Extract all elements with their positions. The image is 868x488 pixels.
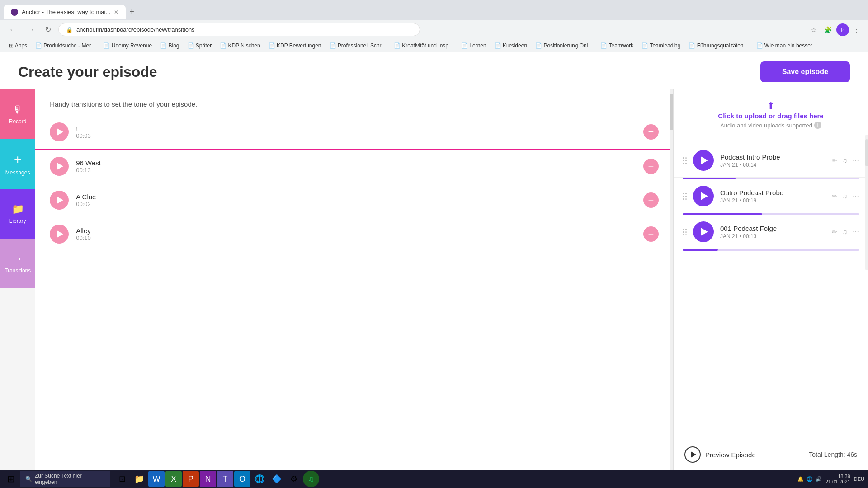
bookmark-spaeter[interactable]: 📄 Später [184, 41, 216, 50]
transitions-icon: → [13, 253, 23, 265]
browser-tab[interactable]: Anchor - The easiest way to mai... ✕ [4, 5, 126, 19]
sidebar-item-transitions[interactable]: → Transitions [0, 239, 35, 288]
bookmark-kdp-bewertungen[interactable]: 📄 KDP Bewertungen [265, 41, 325, 50]
taskbar-app-excel[interactable]: X [165, 471, 182, 487]
taskbar: ⊞ 🔍 Zur Suche Text hier eingeben ⊡ 📁 W X… [0, 470, 868, 488]
add-transition-btn-3[interactable]: + [643, 226, 659, 242]
bookmark-produktsuche[interactable]: 📄 Produktsuche - Mer... [32, 41, 99, 50]
taskbar-app-edge[interactable]: 🔷 [269, 471, 285, 487]
taskbar-app-task-view[interactable]: ⊡ [114, 471, 130, 487]
bookmark-teamleading[interactable]: 📄 Teamleading [638, 41, 684, 50]
taskbar-app-onenote[interactable]: N [200, 471, 216, 487]
segment-play-btn-1[interactable] [693, 186, 714, 206]
taskbar-apps: ⊡ 📁 W X P N T O 🌐 🔷 ⚙ ♫ [114, 471, 319, 487]
transition-info-1: 96 West 00:13 [76, 159, 636, 174]
segment-item-1: Outro Podcast Probe JAN 21 • 00:19 ✏ ♫ ⋯ [674, 179, 868, 213]
play-icon-2 [57, 197, 63, 204]
taskbar-clock: 18:39 21.01.2021 [826, 474, 850, 484]
extensions-btn[interactable]: 🧩 [821, 24, 835, 35]
right-panel-scrollbar[interactable] [865, 135, 868, 270]
transition-name-1: 96 West [76, 159, 636, 167]
sidebar: 🎙 Record + Messages 📁 Library → Transiti… [0, 89, 35, 470]
taskbar-app-teams[interactable]: T [217, 471, 233, 487]
notification-icon[interactable]: 🔔 [797, 476, 804, 482]
drag-handle-2[interactable] [683, 229, 687, 235]
segments-list: Podcast Intro Probe JAN 21 • 00:14 ✏ ♫ ⋯ [674, 140, 868, 439]
add-transition-btn-1[interactable]: + [643, 159, 659, 174]
transition-play-btn-0[interactable] [50, 122, 69, 141]
total-length: Total Length: 46s [809, 451, 857, 458]
bookmark-kdp-nischen[interactable]: 📄 KDP Nischen [216, 41, 264, 50]
taskbar-app-spotify[interactable]: ♫ [303, 471, 319, 487]
sidebar-item-messages[interactable]: + Messages [0, 139, 35, 189]
transition-play-btn-3[interactable] [50, 225, 69, 244]
bookmark-kursideen[interactable]: 📄 Kursideen [491, 41, 531, 50]
bookmark-star[interactable]: ☆ [808, 24, 820, 35]
transition-item-1[interactable]: 96 West 00:13 + [35, 150, 673, 183]
segment-item-2: 001 Podcast Folge JAN 21 • 00:13 ✏ ♫ ⋯ [674, 215, 868, 249]
start-button[interactable]: ⊞ [4, 472, 18, 486]
transition-duration-3: 00:10 [76, 235, 636, 241]
edit-btn-0[interactable]: ✏ [832, 157, 837, 164]
transitions-scrollbar-thumb[interactable] [670, 94, 673, 130]
transition-item-2[interactable]: A Clue 00:02 + [35, 183, 673, 217]
bookmark-udemy[interactable]: 📄 Udemy Revenue [99, 41, 156, 50]
transition-play-btn-2[interactable] [50, 191, 69, 210]
bookmark-positionierung[interactable]: 📄 Positionierung Onl... [532, 41, 596, 50]
transition-play-btn-1[interactable] [50, 157, 69, 176]
segment-play-icon-1 [701, 192, 708, 200]
more-btn-2[interactable]: ⋯ [853, 228, 859, 235]
transition-duration-1: 00:13 [76, 167, 636, 174]
menu-btn[interactable]: ⋮ [851, 24, 863, 35]
taskbar-app-word[interactable]: W [148, 471, 165, 487]
sidebar-item-library[interactable]: 📁 Library [0, 189, 35, 239]
forward-button[interactable]: → [24, 24, 38, 36]
reload-button[interactable]: ↻ [42, 23, 55, 36]
transitions-scrollbar[interactable] [670, 89, 673, 470]
taskbar-app-outlook[interactable]: O [234, 471, 250, 487]
more-btn-0[interactable]: ⋯ [853, 157, 859, 164]
right-panel-scrollbar-thumb[interactable] [865, 139, 868, 166]
taskbar-app-chrome[interactable]: 🌐 [251, 471, 268, 487]
bookmark-fuehrung[interactable]: 📄 Führungsqualitäten... [685, 41, 751, 50]
bookmark-kreativitaet[interactable]: 📄 Kreativität und Insp... [390, 41, 457, 50]
bookmark-wieman[interactable]: 📄 Wie man ein besser... [753, 41, 821, 50]
sidebar-item-record[interactable]: 🎙 Record [0, 89, 35, 139]
segment-play-btn-2[interactable] [693, 221, 714, 242]
save-episode-button[interactable]: Save episode [760, 61, 850, 82]
bookmark-teamwork[interactable]: 📄 Teamwork [597, 41, 637, 50]
ssl-icon: 🔒 [66, 27, 73, 33]
drag-handle-1[interactable] [683, 193, 687, 200]
volume-icon[interactable]: 🔊 [816, 476, 822, 482]
taskbar-app-settings[interactable]: ⚙ [286, 471, 302, 487]
taskbar-app-explorer[interactable]: 📁 [131, 471, 147, 487]
music-icon-1: ♫ [843, 192, 848, 200]
back-button[interactable]: ← [5, 24, 20, 36]
segment-play-btn-0[interactable] [693, 150, 714, 171]
bookmark-professionell[interactable]: 📄 Professionell Schr... [326, 41, 389, 50]
segment-name-0: Podcast Intro Probe [720, 153, 826, 161]
drag-handle-0[interactable] [683, 157, 687, 164]
page-title: Create your episode [18, 64, 157, 80]
transition-item-3[interactable]: Alley 00:10 + [35, 217, 673, 251]
add-transition-btn-2[interactable]: + [643, 192, 659, 208]
more-btn-1[interactable]: ⋯ [853, 192, 859, 200]
bookmark-blog[interactable]: 📄 Blog [156, 41, 183, 50]
network-icon[interactable]: 🌐 [807, 476, 813, 482]
edit-btn-2[interactable]: ✏ [832, 228, 837, 235]
taskbar-search[interactable]: 🔍 Zur Suche Text hier eingeben [20, 471, 110, 487]
bookmark-apps[interactable]: ⊞ Apps [5, 41, 31, 50]
edit-btn-1[interactable]: ✏ [832, 192, 837, 200]
transition-duration-0: 00:03 [76, 132, 636, 139]
tab-close-btn[interactable]: ✕ [114, 9, 118, 15]
profile-btn[interactable]: P [836, 23, 849, 36]
bookmark-lernen[interactable]: 📄 Lernen [458, 41, 490, 50]
transition-item-0[interactable]: ! 00:03 + [35, 115, 673, 150]
new-tab-button[interactable]: + [126, 4, 138, 20]
info-icon[interactable]: i [814, 122, 821, 129]
upload-area[interactable]: ⬆ Click to upload or drag files here Aud… [674, 89, 868, 140]
taskbar-app-powerpoint[interactable]: P [183, 471, 199, 487]
add-transition-btn-0[interactable]: + [643, 124, 659, 140]
url-bar[interactable]: 🔒 anchor.fm/dashboard/episode/new/transi… [58, 23, 420, 36]
preview-episode-btn[interactable]: Preview Episode [684, 446, 756, 463]
